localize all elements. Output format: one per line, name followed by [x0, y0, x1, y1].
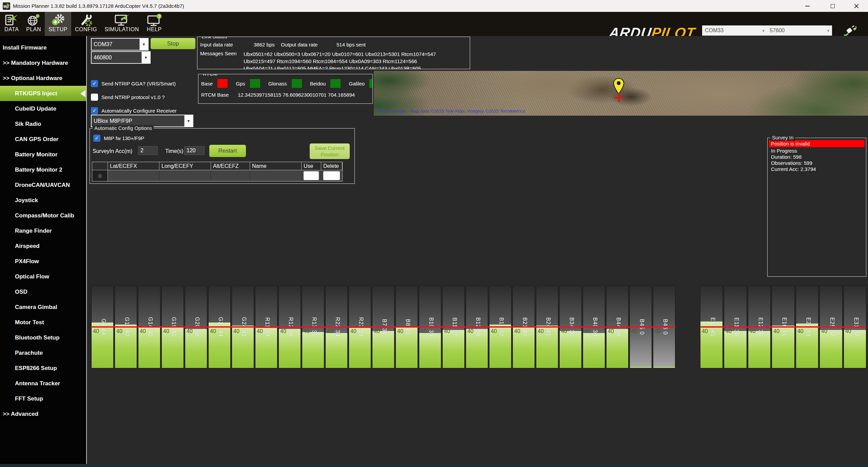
sidebar-item-optical-flow[interactable]: Optical Flow [0, 269, 86, 284]
column-header-alt-ecefz[interactable]: Alt/ECEFZ [211, 162, 250, 170]
main-toolbar: DATAPLANSETUPCONFIGSIMULATION?HELP ARDUP… [0, 12, 868, 36]
cell-selector[interactable]: ◎ [92, 170, 108, 181]
delete-checkbox[interactable] [323, 171, 340, 180]
sidebar-item-optional-hardware[interactable]: >> Optional Hardware [0, 71, 86, 86]
sidebar-item-can-gps-order[interactable]: CAN GPS Order [0, 132, 86, 147]
checkbox[interactable] [91, 94, 98, 101]
sidebar-item-cubeid-update[interactable]: CubeID Update [0, 101, 86, 116]
sidebar-item-dronecan-uavcan[interactable]: DroneCAN/UAVCAN [0, 177, 86, 193]
sidebar-item-advanced[interactable]: >> Advanced [0, 406, 86, 422]
sidebar-item-compass-motor-calib[interactable]: Compass/Motor Calib [0, 208, 86, 223]
snr-threshold-label: 40 [750, 328, 756, 334]
minimize-button[interactable] [797, 0, 817, 12]
gps-com-port-select[interactable]: COM37 ▾ [91, 38, 149, 51]
column-header-long-ecefy[interactable]: Long/ECEFY [159, 162, 211, 170]
snr-threshold-label: 40 [726, 328, 732, 334]
snr-threshold-label: 40 [821, 328, 827, 334]
snr-threshold-label: 40 [514, 328, 520, 334]
sidebar-item-rtk-gps-inject[interactable]: RTK/GPS Inject [0, 86, 86, 101]
column-header-selector[interactable] [92, 162, 108, 170]
snr-threshold-line [700, 326, 866, 328]
rtk-gps-inject-panel: COM37 ▾ Stop 460800 ▾ Link Status Input … [88, 36, 868, 464]
sidebar-item-joystick[interactable]: Joystick [0, 193, 86, 208]
sidebar-item-antenna-tracker[interactable]: Antenna Tracker [0, 376, 86, 391]
sidebar-item-airspeed[interactable]: Airspeed [0, 238, 86, 254]
sidebar-item-parachute[interactable]: Parachute [0, 345, 86, 361]
column-header-name[interactable]: Name [250, 162, 302, 170]
column-header-lat-ecefx[interactable]: Lat/ECEFX [108, 162, 159, 170]
stop-button[interactable]: Stop [151, 38, 195, 49]
chevron-down-icon: ▾ [139, 39, 148, 50]
messages-seen-lines: Ubx0501=62 Ubx0500=3 Ubx0671=20 Ubx0107=… [244, 51, 436, 69]
column-header-delete[interactable]: Delete [321, 162, 342, 170]
sidebar-item-range-finder[interactable]: Range Finder [0, 223, 86, 238]
messages-line-1: Ubx0501=62 Ubx0500=3 Ubx0671=20 Ubx0107=… [244, 51, 436, 58]
fw-checkbox-row[interactable]: ✓ M8P fw 130+/F9P [93, 131, 144, 145]
snr-threshold-label: 40 [280, 328, 286, 334]
use-checkbox[interactable] [304, 171, 319, 180]
sidebar-item-esp8266-setup[interactable]: ESP8266 Setup [0, 361, 86, 376]
nav-label-simulation: SIMULATION [104, 26, 139, 33]
restore-button[interactable] [823, 0, 843, 12]
output-data-rate-value: 514 bps sent [336, 42, 366, 47]
titlebar: Mp Mission Planner 1.3.82 build 1.3.8979… [0, 0, 868, 12]
snr-threshold-label: 40 [797, 328, 804, 334]
config-icon [79, 13, 93, 27]
restart-button[interactable]: Restart [209, 145, 246, 157]
sidebar-item-fft-setup[interactable]: FFT Setup [0, 391, 86, 406]
rtcm-base-position: 12.3425397158115 76.6096230010701 704.16… [238, 92, 355, 98]
checkbox[interactable]: ✓ [91, 80, 98, 87]
close-button[interactable] [846, 0, 867, 12]
gps-baud-select[interactable]: 460800 ▾ [91, 51, 151, 64]
sidebar-item-mandatory-hardware[interactable]: >> Mandatory Hardware [0, 55, 86, 71]
sidebar-item-battery-monitor-2[interactable]: Battery Monitor 2 [0, 162, 86, 177]
fw-checkbox[interactable]: ✓ [93, 135, 100, 142]
time-input[interactable] [184, 146, 205, 155]
snr-bar-fill [372, 331, 394, 368]
nav-help[interactable]: ?HELP [143, 12, 166, 36]
restore-icon [831, 4, 835, 8]
baud-rate-select[interactable]: 57600▾ [767, 25, 832, 36]
sidebar-item-sik-radio[interactable]: Sik Radio [0, 116, 86, 132]
sidebar-item-motor-test[interactable]: Motor Test [0, 315, 86, 330]
simulation-icon [114, 13, 130, 27]
nav-plan[interactable]: PLAN [22, 12, 45, 36]
rtcm-glonass-indicator [292, 79, 302, 88]
survey-line-4: Current Acc: 2.3794 [771, 166, 866, 172]
base-position-table: Lat/ECEFXLong/ECEFYAlt/ECEFZNameUseDelet… [92, 162, 343, 181]
option-send-ntrip-protocol-v1-0[interactable]: Send NTRIP protocol v1.0 ? [91, 90, 177, 104]
rtcm-beidou-indicator [330, 79, 341, 88]
column-header-use[interactable]: Use [302, 162, 321, 170]
save-current-position-button[interactable]: Save Current Position [310, 143, 350, 159]
sidebar-item-battery-monitor[interactable]: Battery Monitor [0, 147, 86, 162]
com-port-select[interactable]: COM33▾ [702, 25, 767, 36]
messages-line-3: Ubx0A04=21 Ubx0112=605 NMEA=2 Rtcm1230=1… [244, 65, 436, 69]
nav-setup[interactable]: SETUP [45, 12, 71, 36]
plan-icon [27, 13, 40, 27]
snr-threshold-label: 40 [655, 328, 661, 334]
sidebar-item-camera-gimbal[interactable]: Camera Gimbal [0, 299, 86, 315]
chevron-down-icon: ▾ [827, 28, 829, 33]
nav-data[interactable]: DATA [1, 12, 22, 36]
surveyin-acc-input[interactable] [138, 146, 158, 155]
link-status-title: Link Status [200, 37, 229, 40]
nav-simulation[interactable]: SIMULATION [101, 12, 143, 36]
sidebar-item-bluetooth-setup[interactable]: Bluetooth Setup [0, 330, 86, 345]
checkbox[interactable]: ✓ [91, 107, 98, 114]
snr-bar-fill [583, 333, 605, 368]
cell-name [250, 170, 302, 181]
rtcm-base-status-label: Base [201, 81, 213, 86]
sidebar-item-install-firmware[interactable]: Install Firmware [0, 40, 86, 55]
map-view[interactable]: ©2025 Google - Map data ©2025 Tele Atlas… [374, 71, 868, 116]
snr-threshold-label: 40 [421, 328, 427, 334]
sidebar-item-px4flow[interactable]: PX4Flow [0, 254, 86, 269]
option-send-ntrip-gga-vrs-smart[interactable]: ✓Send NTRIP GGA? (VRS/Smart) [91, 77, 177, 90]
close-icon [854, 4, 859, 8]
nav-label-data: DATA [4, 26, 19, 33]
snr-threshold-label: 40 [233, 328, 239, 334]
sidebar-item-osd[interactable]: OSD [0, 284, 86, 299]
nav-config[interactable]: CONFIG [71, 12, 101, 36]
survey-line-3: Observations: 599 [771, 160, 866, 166]
snr-threshold-label: 40 [397, 328, 403, 334]
survey-line-2: Duration: 598 [771, 154, 866, 160]
